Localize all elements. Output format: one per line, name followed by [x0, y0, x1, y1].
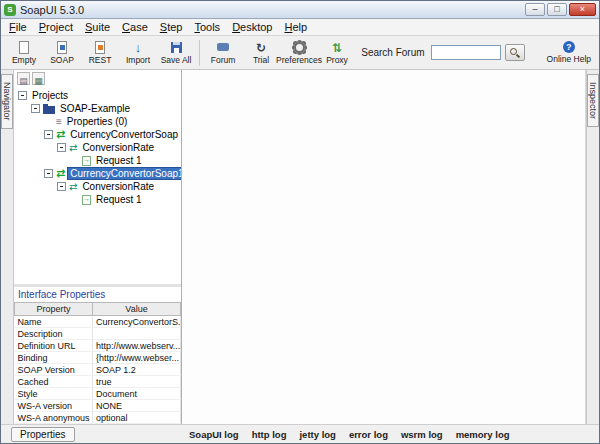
log-tab-error-log[interactable]: error log: [349, 429, 388, 440]
tree-toggle-icon[interactable]: [57, 182, 66, 191]
property-value-cell[interactable]: optional: [93, 412, 181, 424]
property-row-definition-url[interactable]: Definition URLhttp://www.webserv...: [15, 340, 181, 352]
empty-button[interactable]: Empty: [5, 37, 43, 69]
forum-button[interactable]: Forum: [204, 37, 242, 69]
soapui-app-icon: [4, 4, 16, 16]
preferences-button[interactable]: Preferences: [280, 37, 318, 69]
menu-help[interactable]: Help: [279, 20, 314, 34]
menu-desktop[interactable]: Desktop: [226, 20, 278, 34]
empty-project-icon: [19, 41, 29, 54]
menubar: FileProjectSuiteCaseStepToolsDesktopHelp: [1, 19, 599, 36]
toolbar-button-label: Save All: [161, 55, 192, 65]
property-value-cell[interactable]: NONE: [93, 400, 181, 412]
titlebar[interactable]: SoapUI 5.3.0 – □ ×: [1, 1, 599, 19]
proxy-button[interactable]: Proxy: [318, 37, 356, 69]
menu-file[interactable]: File: [3, 20, 33, 34]
trial-button[interactable]: Trial: [242, 37, 280, 69]
maximize-button[interactable]: □: [547, 3, 567, 16]
tree-options-icon: [19, 70, 28, 88]
property-row-ws-a-anonymous[interactable]: WS-A anonymousoptional: [15, 412, 181, 424]
tree-node-currencyconvertorsoap12[interactable]: CurrencyConvertorSoap12: [14, 167, 181, 180]
property-name-cell: SOAP Version: [15, 364, 93, 376]
log-tab-memory-log[interactable]: memory log: [456, 429, 510, 440]
project-tree: ProjectsSOAP-ExampleProperties (0)Curren…: [14, 87, 181, 284]
log-tab-soapui-log[interactable]: SoapUI log: [189, 429, 239, 440]
tree-node-currencyconvertorsoap[interactable]: CurrencyConvertorSoap: [14, 128, 181, 141]
log-tab-wsrm-log[interactable]: wsrm log: [401, 429, 443, 440]
import-project-icon: [135, 38, 142, 56]
log-tab-http-log[interactable]: http log: [252, 429, 287, 440]
property-row-soap-version[interactable]: SOAP VersionSOAP 1.2: [15, 364, 181, 376]
menu-step[interactable]: Step: [154, 20, 189, 34]
rest-project-icon: [95, 40, 105, 54]
property-value-cell[interactable]: true: [93, 376, 181, 388]
property-row-cached[interactable]: Cachedtrue: [15, 376, 181, 388]
toolbar-button-group: EmptySOAPRESTImportSave AllForumTrialPre…: [5, 36, 356, 69]
log-tab-jetty-log[interactable]: jetty log: [299, 429, 335, 440]
preferences-icon: [294, 40, 305, 54]
property-row-binding[interactable]: Binding{http://www.webser...: [15, 352, 181, 364]
online-help-button[interactable]: Online Help: [547, 41, 591, 64]
navigator-tab[interactable]: Navigator: [1, 74, 13, 129]
property-value-cell[interactable]: {http://www.webser...: [93, 352, 181, 364]
tree-toggle-icon[interactable]: [57, 143, 66, 152]
request-icon: [82, 195, 91, 205]
tree-toggle-icon[interactable]: [18, 91, 27, 100]
toolbar-separator: [199, 40, 200, 66]
tree-node-conversionrate[interactable]: ConversionRate: [14, 141, 181, 154]
search-icon: [509, 47, 520, 58]
operation-icon: [69, 143, 77, 153]
property-row-name[interactable]: NameCurrencyConvertorS...: [15, 316, 181, 328]
search-forum-input[interactable]: [431, 45, 501, 60]
operation-icon: [69, 182, 77, 192]
menu-project[interactable]: Project: [33, 20, 79, 34]
left-tab-strip: Navigator: [1, 70, 14, 424]
tree-toggle-icon[interactable]: [44, 169, 53, 178]
properties-icon: [56, 117, 62, 127]
import-button[interactable]: Import: [119, 37, 157, 69]
property-value-cell[interactable]: SOAP 1.2: [93, 364, 181, 376]
close-button[interactable]: ×: [569, 3, 596, 16]
tree-node-label: CurrencyConvertorSoap: [68, 129, 180, 140]
workspace-area: [182, 70, 586, 424]
tree-node-properties-0-[interactable]: Properties (0): [14, 115, 181, 128]
tree-toggle-icon[interactable]: [31, 104, 40, 113]
property-row-ws-a-version[interactable]: WS-A versionNONE: [15, 400, 181, 412]
property-row-style[interactable]: StyleDocument: [15, 388, 181, 400]
navigator-tool-button-2[interactable]: [32, 72, 45, 85]
save-all-button[interactable]: Save All: [157, 37, 195, 69]
save-all-icon: [171, 42, 182, 53]
menu-case[interactable]: Case: [116, 20, 154, 34]
inspector-tab[interactable]: Inspector: [587, 74, 599, 127]
interface-properties-title: Interface Properties: [14, 287, 181, 302]
tree-node-label: Properties (0): [65, 116, 130, 127]
tree-node-label: Request 1: [94, 194, 144, 205]
forum-icon: [217, 40, 229, 54]
tree-node-conversionrate[interactable]: ConversionRate: [14, 180, 181, 193]
properties-column-header: Value: [93, 303, 181, 316]
tree-node-label: ConversionRate: [80, 142, 156, 153]
rest-button[interactable]: REST: [81, 37, 119, 69]
tree-node-soap-example[interactable]: SOAP-Example: [14, 102, 181, 115]
properties-tab-button[interactable]: Properties: [11, 427, 75, 442]
soap-button[interactable]: SOAP: [43, 37, 81, 69]
property-value-cell[interactable]: http://www.webserv...: [93, 340, 181, 352]
search-forum-button[interactable]: [505, 44, 525, 61]
menu-suite[interactable]: Suite: [79, 20, 116, 34]
tree-node-request-1[interactable]: Request 1: [14, 154, 181, 167]
proxy-icon: [332, 38, 342, 56]
property-name-cell: Definition URL: [15, 340, 93, 352]
tree-node-projects[interactable]: Projects: [14, 89, 181, 102]
navigator-tool-button-1[interactable]: [17, 72, 30, 85]
property-row-description[interactable]: Description: [15, 328, 181, 340]
menu-tools[interactable]: Tools: [188, 20, 226, 34]
property-value-cell[interactable]: CurrencyConvertorS...: [93, 316, 181, 328]
property-value-cell[interactable]: [93, 328, 181, 340]
tree-node-request-1[interactable]: Request 1: [14, 193, 181, 206]
minimize-button[interactable]: –: [525, 3, 545, 16]
toolbar-button-label: Forum: [211, 55, 236, 65]
tree-toggle-icon[interactable]: [44, 130, 53, 139]
toolbar-button-label: Import: [126, 55, 150, 65]
property-value-cell[interactable]: Document: [93, 388, 181, 400]
toolbar-button-label: Trial: [253, 55, 269, 65]
